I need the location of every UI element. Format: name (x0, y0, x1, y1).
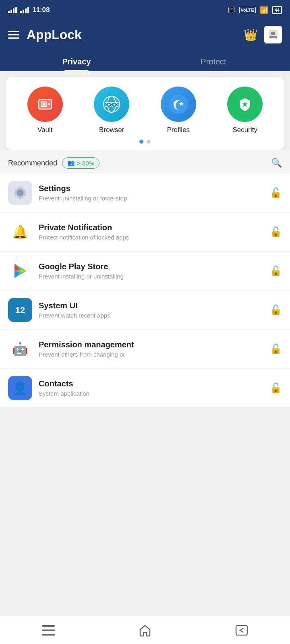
list-item[interactable]: Google Play Store Prevent installing or … (0, 252, 290, 291)
nav-home-button[interactable] (133, 618, 157, 642)
settings-app-name: Settings (39, 184, 263, 193)
header-top: AppLock 👑 (8, 26, 282, 43)
card-profiles-label: Profiles (167, 126, 190, 134)
permission-app-icon: 🤖 (8, 337, 32, 361)
notification-app-info: Private Notification Protect notificatio… (39, 223, 263, 241)
vault-icon (27, 87, 63, 122)
list-item[interactable]: 🤖 Permission management Prevent others f… (0, 330, 290, 369)
contacts-app-icon: 👤 (8, 376, 32, 400)
nav-menu-button[interactable] (36, 618, 60, 642)
signal-bar (27, 7, 29, 13)
list-item[interactable]: Settings Prevent uninstalling or force-s… (0, 173, 290, 213)
hamburger-menu[interactable] (8, 31, 19, 39)
status-left: 11:08 (8, 6, 50, 14)
profile-button[interactable] (264, 26, 282, 43)
header-icons: 👑 (244, 26, 282, 43)
hamburger-line (8, 31, 19, 32)
notification-lock-icon: 🔓 (270, 226, 282, 237)
cards-grid: Vault (14, 87, 276, 134)
systemui-app-icon: 12 (8, 298, 32, 322)
permission-app-desc: Prevent others from changing or (39, 351, 263, 358)
notification-app-desc: Protect notification of locked apps (39, 234, 263, 241)
signal-bar (15, 7, 17, 13)
battery-indicator: 44 (272, 6, 282, 14)
settings-app-info: Settings Prevent uninstalling or force-s… (39, 184, 263, 202)
signal-bar (13, 8, 14, 13)
playstore-app-icon (8, 259, 32, 283)
status-right: 📳 VoLTE 📶 44 (228, 6, 282, 14)
signal-bars-2 (20, 7, 29, 13)
signal-bar (23, 10, 24, 13)
svg-rect-34 (42, 634, 55, 636)
card-security-label: Security (233, 126, 257, 134)
card-browser[interactable]: Browser (94, 87, 129, 134)
permission-lock-icon: 🔓 (270, 343, 282, 355)
notification-app-name: Private Notification (39, 223, 263, 232)
cards-section: Vault (6, 77, 284, 150)
hamburger-line (8, 37, 19, 39)
systemui-app-desc: Prevent watch recent apps (39, 312, 263, 319)
svg-text:12: 12 (15, 305, 25, 315)
card-browser-label: Browser (99, 126, 124, 134)
header-left: AppLock (8, 27, 82, 42)
security-icon (227, 87, 263, 122)
card-vault[interactable]: Vault (27, 87, 63, 134)
profiles-icon (161, 87, 196, 122)
playstore-app-name: Google Play Store (39, 262, 263, 271)
signal-bar (8, 11, 10, 13)
svg-rect-32 (42, 625, 55, 627)
card-profiles[interactable]: Profiles (161, 87, 196, 134)
app-title: AppLock (27, 27, 82, 42)
systemui-app-name: System UI (39, 301, 263, 310)
list-item[interactable]: 🔔 Private Notification Protect notificat… (0, 213, 290, 252)
recommended-bar: Recommended 👥 > 80% 🔍 (0, 150, 290, 173)
bottom-nav (0, 616, 290, 644)
svg-rect-1 (271, 32, 275, 35)
recommended-badge[interactable]: 👥 > 80% (62, 157, 99, 169)
systemui-lock-icon: 🔓 (270, 304, 282, 316)
tab-privacy[interactable]: Privacy (8, 52, 145, 71)
badge-text: > 80% (77, 160, 94, 167)
contacts-lock-icon: 🔓 (270, 382, 282, 394)
permission-app-info: Permission management Prevent others fro… (39, 340, 263, 358)
svg-rect-2 (269, 36, 277, 38)
svg-point-17 (108, 104, 110, 106)
playstore-app-info: Google Play Store Prevent installing or … (39, 262, 263, 280)
dot-1 (139, 140, 143, 144)
contacts-app-desc: System application (39, 390, 263, 397)
card-security[interactable]: Security (227, 87, 263, 134)
tab-protect[interactable]: Protect (145, 52, 282, 71)
card-vault-label: Vault (37, 126, 53, 134)
svg-rect-6 (48, 103, 50, 105)
systemui-app-info: System UI Prevent watch recent apps (39, 301, 263, 319)
badge-icon: 👥 (67, 159, 75, 167)
signal-bar (20, 11, 22, 13)
vip-crown-icon[interactable]: 👑 (244, 28, 258, 41)
carousel-dots (14, 140, 276, 144)
app-header: AppLock 👑 Privacy Protect (0, 20, 290, 71)
list-item[interactable]: 👤 Contacts System application 🔓 (0, 369, 290, 408)
wifi-icon: 📶 (260, 6, 268, 14)
signal-bar (25, 8, 27, 13)
playstore-lock-icon: 🔓 (270, 265, 282, 277)
vibrate-icon: 📳 (228, 6, 235, 14)
settings-lock-icon: 🔓 (270, 187, 282, 198)
lte-icon: VoLTE (239, 7, 256, 13)
signal-bar (10, 10, 12, 13)
tab-bar: Privacy Protect (8, 52, 282, 71)
settings-app-desc: Prevent uninstalling or force-stop (39, 195, 263, 202)
search-icon[interactable]: 🔍 (271, 158, 282, 168)
svg-point-25 (19, 191, 22, 194)
notification-app-icon: 🔔 (8, 220, 32, 244)
nav-back-button[interactable] (230, 618, 254, 642)
svg-rect-35 (236, 625, 247, 635)
svg-point-5 (43, 103, 45, 105)
recommended-label: Recommended (8, 159, 57, 167)
hamburger-line (8, 34, 19, 35)
settings-app-icon (8, 181, 32, 205)
browser-icon (94, 87, 129, 122)
signal-bars-1 (8, 7, 17, 13)
list-item[interactable]: 12 System UI Prevent watch recent apps 🔓 (0, 291, 290, 330)
spacer (0, 408, 290, 440)
app-list: Settings Prevent uninstalling or force-s… (0, 173, 290, 408)
